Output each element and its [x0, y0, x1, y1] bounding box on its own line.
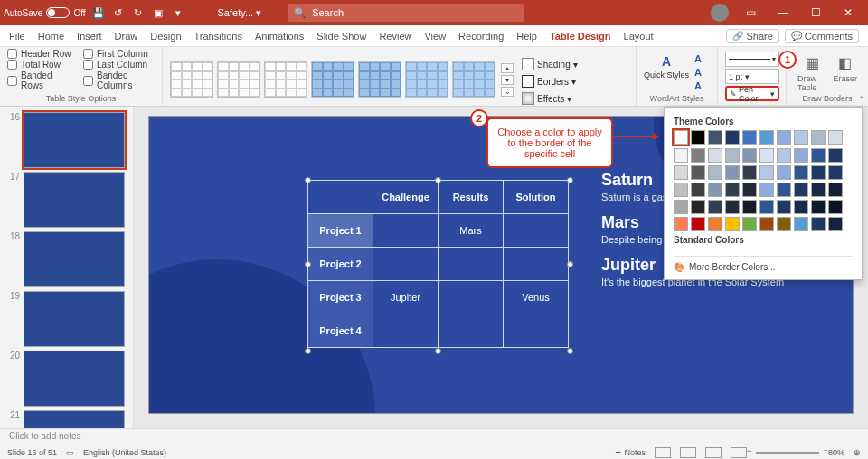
last-column-checkbox[interactable]: Last Column: [83, 60, 155, 70]
tab-view[interactable]: View: [424, 31, 446, 42]
thumbnail-20[interactable]: [24, 351, 125, 407]
thumbnail-16[interactable]: [24, 112, 125, 168]
color-swatch[interactable]: [811, 200, 826, 214]
tab-file[interactable]: File: [9, 31, 25, 42]
color-swatch[interactable]: [674, 217, 688, 231]
table-style-swatch[interactable]: [170, 61, 213, 98]
tab-help[interactable]: Help: [516, 31, 537, 42]
color-swatch[interactable]: [725, 200, 740, 214]
ribbon-display-icon[interactable]: ▭: [734, 0, 767, 25]
tab-transitions[interactable]: Transitions: [194, 31, 242, 42]
color-swatch[interactable]: [777, 217, 791, 231]
table-style-swatch[interactable]: [217, 61, 260, 98]
sorter-view-icon[interactable]: [680, 447, 696, 458]
color-swatch[interactable]: [760, 183, 774, 197]
pen-color-dropdown[interactable]: ✎ Pen Color ▾: [725, 86, 779, 101]
total-row-checkbox[interactable]: Total Row: [7, 60, 74, 70]
table-style-swatch[interactable]: [264, 61, 307, 98]
shading-dropdown[interactable]: Shading ▾: [517, 56, 582, 72]
gallery-scroll[interactable]: ▴▾⌄: [501, 63, 514, 97]
text-outline-icon[interactable]: A: [691, 66, 705, 79]
color-swatch[interactable]: [811, 217, 826, 231]
color-swatch[interactable]: [760, 165, 774, 180]
redo-icon[interactable]: ↻: [131, 5, 146, 20]
color-swatch[interactable]: [794, 183, 808, 197]
tab-home[interactable]: Home: [38, 31, 64, 42]
text-effects-icon[interactable]: A: [691, 80, 705, 92]
color-swatch[interactable]: [725, 148, 740, 163]
color-swatch[interactable]: [777, 130, 791, 145]
table-style-swatch[interactable]: [311, 61, 354, 98]
color-swatch[interactable]: [708, 200, 722, 214]
thumbnail-21[interactable]: [24, 410, 125, 428]
color-swatch[interactable]: [760, 148, 774, 163]
color-swatch[interactable]: [674, 130, 688, 145]
effects-dropdown[interactable]: Effects ▾: [517, 90, 582, 107]
autosave-toggle[interactable]: AutoSave Off: [4, 7, 86, 18]
accessibility-icon[interactable]: ▭: [66, 448, 74, 457]
tab-insert[interactable]: Insert: [77, 31, 102, 42]
color-swatch[interactable]: [811, 165, 826, 180]
quick-styles-icon[interactable]: A: [657, 52, 675, 70]
reading-view-icon[interactable]: [705, 447, 722, 458]
slideshow-view-icon[interactable]: [731, 447, 747, 458]
start-slideshow-icon[interactable]: ▣: [151, 5, 165, 20]
banded-rows-checkbox[interactable]: Banded Rows: [7, 70, 74, 90]
pen-style-dropdown[interactable]: ▾: [725, 52, 779, 67]
color-swatch[interactable]: [674, 165, 688, 180]
banded-columns-checkbox[interactable]: Banded Columns: [83, 70, 155, 90]
tab-layout[interactable]: Layout: [624, 31, 654, 42]
normal-view-icon[interactable]: [655, 447, 671, 458]
color-swatch[interactable]: [828, 165, 843, 180]
color-swatch[interactable]: [777, 183, 791, 197]
pen-weight-dropdown[interactable]: 1 pt ▾: [725, 69, 779, 84]
zoom-level[interactable]: 80%: [828, 448, 844, 457]
tab-design[interactable]: Design: [150, 31, 181, 42]
color-swatch[interactable]: [708, 165, 722, 180]
search-box[interactable]: 🔍: [288, 4, 524, 22]
table-style-swatch[interactable]: [358, 61, 401, 98]
color-swatch[interactable]: [742, 130, 757, 145]
color-swatch[interactable]: [811, 183, 826, 197]
borders-dropdown[interactable]: Borders ▾: [517, 73, 582, 89]
color-swatch[interactable]: [691, 148, 705, 163]
maximize-button[interactable]: ☐: [799, 0, 832, 25]
close-button[interactable]: ✕: [832, 0, 864, 25]
color-swatch[interactable]: [708, 183, 722, 197]
color-swatch[interactable]: [725, 183, 740, 197]
slide-table[interactable]: Challenge Results Solution Project 1Mars…: [307, 180, 569, 348]
color-swatch[interactable]: [760, 200, 774, 214]
color-swatch[interactable]: [811, 148, 826, 163]
color-swatch[interactable]: [777, 148, 791, 163]
draw-table-button[interactable]: ▦Draw Table: [797, 52, 827, 92]
comments-button[interactable]: 💬 Comments: [785, 29, 859, 43]
color-swatch[interactable]: [828, 200, 843, 214]
color-swatch[interactable]: [811, 130, 826, 145]
tab-slideshow[interactable]: Slide Show: [316, 31, 366, 42]
search-input[interactable]: [312, 7, 518, 18]
notes-toggle[interactable]: ≐ Notes: [615, 448, 646, 457]
color-swatch[interactable]: [674, 183, 688, 197]
color-swatch[interactable]: [828, 148, 843, 163]
eraser-button[interactable]: ◧Eraser: [833, 52, 857, 83]
color-swatch[interactable]: [760, 130, 774, 145]
color-swatch[interactable]: [742, 200, 757, 214]
thumbnail-19[interactable]: [24, 291, 125, 347]
color-swatch[interactable]: [708, 148, 722, 163]
thumbnail-17[interactable]: [24, 172, 125, 228]
color-swatch[interactable]: [674, 148, 688, 163]
minimize-button[interactable]: —: [767, 0, 799, 25]
color-swatch[interactable]: [742, 217, 757, 231]
color-swatch[interactable]: [742, 183, 757, 197]
tab-animations[interactable]: Animations: [255, 31, 304, 42]
header-row-checkbox[interactable]: Header Row: [7, 49, 74, 59]
color-swatch[interactable]: [777, 165, 791, 180]
fit-to-window-icon[interactable]: ⊕: [854, 448, 861, 457]
user-avatar[interactable]: [711, 4, 729, 22]
color-swatch[interactable]: [691, 217, 705, 231]
color-swatch[interactable]: [708, 217, 722, 231]
color-swatch[interactable]: [725, 165, 740, 180]
zoom-slider[interactable]: [756, 452, 819, 454]
color-swatch[interactable]: [794, 165, 808, 180]
tab-recording[interactable]: Recording: [458, 31, 504, 42]
